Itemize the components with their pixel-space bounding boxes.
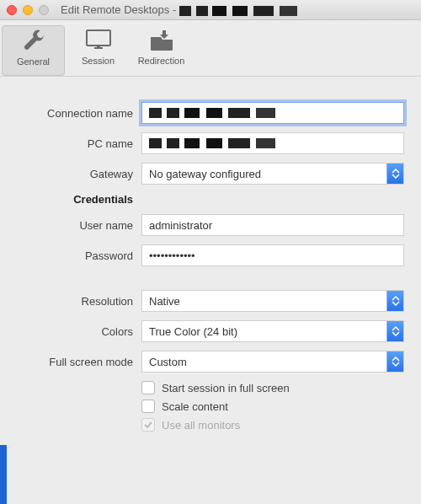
- gateway-value: No gateway configured: [149, 168, 261, 180]
- left-accent-bar: [0, 445, 7, 504]
- full-screen-mode-value: Custom: [149, 356, 187, 368]
- label-pc-name: PC name: [17, 137, 141, 150]
- folder-arrow-icon: [133, 29, 189, 52]
- minimize-window-button[interactable]: [23, 5, 33, 15]
- gateway-select[interactable]: No gateway configured: [141, 163, 404, 185]
- label-user-name: User name: [17, 219, 141, 232]
- titlebar: Edit Remote Desktops -: [0, 0, 421, 20]
- checkbox-use-all-monitors: [141, 418, 155, 432]
- select-stepper-icon: [386, 351, 403, 372]
- colors-value: True Color (24 bit): [149, 325, 237, 338]
- tab-session-label: Session: [82, 56, 115, 66]
- tab-redirection[interactable]: Redirection: [130, 25, 193, 74]
- resolution-value: Native: [149, 295, 180, 308]
- window-controls: [7, 5, 49, 15]
- pc-name-input[interactable]: [141, 132, 404, 154]
- label-connection-name: Connection name: [17, 107, 141, 120]
- label-gateway: Gateway: [17, 168, 141, 180]
- label-full-screen-mode: Full screen mode: [17, 356, 141, 368]
- window-title-prefix: Edit Remote Desktops -: [61, 3, 179, 16]
- select-stepper-icon: [386, 164, 403, 184]
- pc-name-value-redacted: [149, 138, 275, 148]
- label-colors: Colors: [17, 325, 141, 338]
- tab-general[interactable]: General: [2, 25, 65, 76]
- resolution-select[interactable]: Native: [141, 290, 404, 312]
- select-stepper-icon: [386, 291, 403, 311]
- connection-name-value-redacted: [149, 108, 275, 118]
- password-input[interactable]: [141, 244, 404, 266]
- label-start-full-screen: Start session in full screen: [162, 382, 290, 394]
- user-name-input[interactable]: [141, 214, 404, 236]
- full-screen-mode-select[interactable]: Custom: [141, 351, 404, 373]
- label-password: Password: [17, 249, 141, 262]
- label-scale-content: Scale content: [162, 400, 228, 413]
- checkbox-start-full-screen[interactable]: [141, 381, 155, 394]
- monitor-icon: [70, 29, 126, 52]
- checkbox-scale-content[interactable]: [141, 399, 155, 413]
- window-title-redacted: [179, 6, 297, 16]
- close-window-button[interactable]: [7, 5, 17, 15]
- label-credentials: Credentials: [17, 193, 141, 206]
- svg-rect-0: [87, 30, 110, 46]
- colors-select[interactable]: True Color (24 bit): [141, 320, 404, 342]
- toolbar: General Session Redirection: [0, 20, 421, 77]
- zoom-window-button[interactable]: [39, 5, 49, 15]
- tab-redirection-label: Redirection: [138, 56, 185, 66]
- select-stepper-icon: [386, 321, 403, 341]
- connection-name-input[interactable]: [141, 102, 404, 124]
- tab-session[interactable]: Session: [67, 25, 130, 74]
- svg-rect-2: [97, 46, 100, 48]
- wrench-icon: [6, 29, 61, 53]
- tab-general-label: General: [17, 56, 50, 67]
- window-title: Edit Remote Desktops -: [61, 3, 297, 16]
- form-general: Connection name PC name Gateway No gatew…: [0, 77, 421, 437]
- label-use-all-monitors: Use all monitors: [162, 419, 240, 432]
- label-resolution: Resolution: [17, 295, 141, 308]
